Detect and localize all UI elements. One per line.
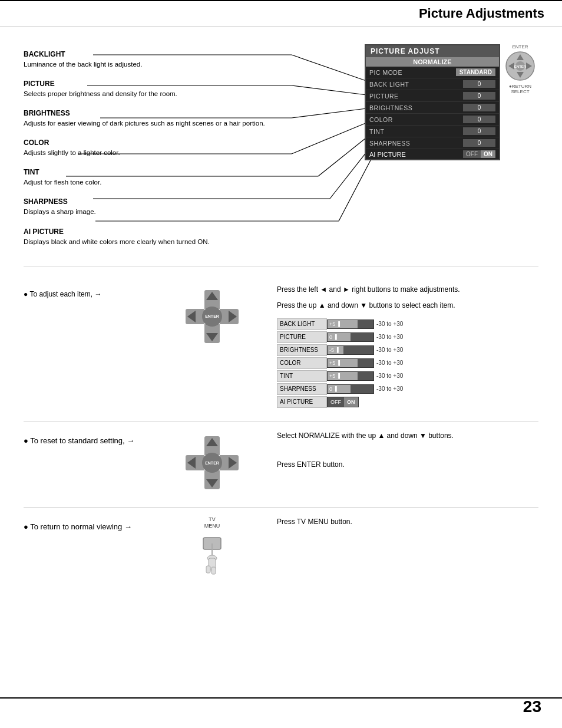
divider-3 (24, 507, 538, 508)
page-title: Picture Adjustments (419, 6, 544, 21)
tint-menu-label: TINT (369, 128, 384, 135)
reset-section: ● To reset to standard setting, → (24, 430, 538, 495)
picmode-value: STANDARD (456, 68, 495, 76)
picture-title: PICTURE (24, 80, 295, 88)
reset-bullet-label: To reset to standard setting, → (30, 436, 134, 445)
ai-picture-label: AI PICTURE Displays black and white colo… (24, 228, 295, 246)
vr-backlight-range: -30 to +30 (376, 319, 403, 329)
remote-enter-icon: ENTER (505, 51, 535, 81)
dpad-enter-button[interactable]: ENTER (202, 307, 222, 327)
reset-dpad-enter[interactable]: ENTER (202, 453, 222, 473)
menu-title: PICTURE ADJUST (366, 45, 499, 57)
return-bullet: ● To return to normal viewing → (24, 516, 159, 531)
brightness-menu-value: 0 (463, 104, 495, 111)
ai-picture-desc: Displays black and white colors more cle… (24, 237, 295, 246)
color-title: COLOR (24, 139, 295, 147)
adjust-section: ● To adjust each item, → (24, 284, 538, 409)
return-instruction-text: Press TV MENU button. (277, 516, 538, 528)
page-number: 23 (523, 697, 541, 716)
vr-brightness-range: -30 to +30 (376, 345, 403, 355)
color-label: COLOR Adjusts slightly to a lighter colo… (24, 139, 295, 157)
picture-label: PICTURE Selects proper brightness and de… (24, 80, 295, 98)
backlight-menu-value: 0 (463, 80, 495, 88)
sharpness-label: SHARPNESS Displays a sharp image. (24, 197, 295, 216)
vr-color-label: COLOR (277, 357, 327, 369)
return-bullet-text: ● To return to normal viewing → (24, 522, 159, 531)
brightness-desc: Adjusts for easier viewing of dark pictu… (24, 118, 295, 128)
normalize-option: NORMALIZE (366, 57, 499, 67)
reset-dpad-right[interactable] (220, 455, 239, 470)
vrow-tint: TINT +5 ▐ -30 to +30 (277, 370, 538, 382)
dpad-right-button[interactable] (220, 309, 239, 324)
reset-bullet-dot: ● (24, 436, 30, 445)
vrow-picture: PICTURE 0 ▐ -30 to +30 (277, 331, 538, 343)
svg-rect-25 (211, 567, 216, 574)
enter-label: ENTER (205, 314, 219, 318)
picmode-label: PIC MODE (369, 69, 402, 76)
dpad-reset[interactable]: ENTER (180, 430, 244, 495)
dpad-reset-cross[interactable]: ENTER (186, 436, 239, 489)
bottom-border (0, 697, 562, 699)
adjust-dpad: ENTER (159, 284, 265, 349)
vr-tint-label: TINT (277, 370, 327, 382)
vr-picture-range: -30 to +30 (376, 332, 403, 342)
vr-color-range: -30 to +30 (376, 358, 403, 368)
tint-menu-value: 0 (463, 127, 495, 135)
tv-menu-button-area: TV MENU (159, 516, 265, 579)
svg-line-13 (339, 159, 371, 221)
reset-bullet-text: ● To reset to standard setting, → (24, 436, 159, 445)
vrow-backlight: BACK LIGHT +5 ▐ -30 to +30 (277, 318, 538, 330)
reset-down-arrow-icon (206, 479, 218, 487)
backlight-menu-label: BACK LIGHT (369, 81, 409, 88)
tv-menu-icon[interactable] (194, 532, 230, 579)
page-header: Picture Adjustments (0, 0, 562, 27)
tint-title: TINT (24, 168, 295, 176)
adjust-bullet: ● To adjust each item, → (24, 284, 159, 298)
value-table: BACK LIGHT +5 ▐ -30 to +30 PICTURE 0 ▐ (277, 318, 538, 408)
picture-adjust-menu: PICTURE ADJUST NORMALIZE PIC MODE STANDA… (365, 44, 500, 160)
svg-line-3 (292, 85, 371, 95)
vr-tint-bar: +5 ▐ (327, 371, 374, 381)
return-bullet-dot: ● (24, 522, 30, 531)
picture-menu-value: 0 (463, 92, 495, 100)
return-bullet-label: To return to normal viewing → (30, 522, 132, 531)
instruction-2: Press the up ▲ and down ▼ buttons to sel… (277, 300, 538, 311)
tv-menu-label: TV MENU (204, 516, 220, 529)
svg-line-7 (292, 121, 371, 154)
brightness-label: BRIGHTNESS Adjusts for easier viewing of… (24, 109, 295, 128)
vrow-sharpness: SHARPNESS 0 ▐ -30 to +30 (277, 383, 538, 395)
menu-row-ai: AI PICTURE OFF ON (366, 149, 499, 159)
adjust-bullet-text: ● To adjust each item, → (24, 290, 159, 298)
dpad-down-button[interactable] (204, 324, 220, 343)
vr-sharpness-bar: 0 ▐ (327, 384, 374, 394)
menu-row-sharpness: SHARPNESS 0 (366, 137, 499, 149)
up-arrow-icon (206, 292, 218, 300)
dpad-cross[interactable]: ENTER (186, 290, 239, 343)
reset-instruction-1: Select NORMALIZE with the up ▲ and down … (277, 430, 538, 442)
ai-menu-label: AI PICTURE (369, 151, 406, 158)
menu-row-brightness: BRIGHTNESS 0 (366, 102, 499, 114)
svg-line-9 (318, 134, 371, 176)
vr-ai-label: AI PICTURE (277, 396, 327, 408)
vrow-ai: AI PICTURE OFF ON (277, 396, 538, 408)
reset-dpad-down[interactable] (204, 470, 220, 489)
ai-off-small: OFF (328, 397, 344, 407)
vrow-color: COLOR +5 ▐ -30 to +30 (277, 357, 538, 369)
labels-section: BACKLIGHT Luminance of the back light is… (24, 38, 295, 257)
bullet-dot: ● (24, 290, 29, 298)
reset-up-arrow-icon (206, 438, 218, 446)
reset-bullet: ● To reset to standard setting, → (24, 430, 159, 445)
enter-label-top: ENTER (512, 44, 528, 50)
ai-on-label: ON (481, 150, 495, 158)
reset-enter-label: ENTER (205, 461, 219, 465)
instruction-1: Press the left ◄ and ► right buttons to … (277, 284, 538, 295)
return-label: ●RETURN (509, 84, 531, 89)
color-menu-label: COLOR (369, 116, 393, 123)
vr-picture-label: PICTURE (277, 331, 327, 343)
dpad-control[interactable]: ENTER (180, 284, 244, 349)
sharpness-title: SHARPNESS (24, 197, 295, 206)
menu-row-tint: TINT 0 (366, 126, 499, 137)
menu-row-picmode: PIC MODE STANDARD (366, 67, 499, 78)
vr-color-bar: +5 ▐ (327, 358, 374, 368)
down-arrow-icon (206, 333, 218, 341)
